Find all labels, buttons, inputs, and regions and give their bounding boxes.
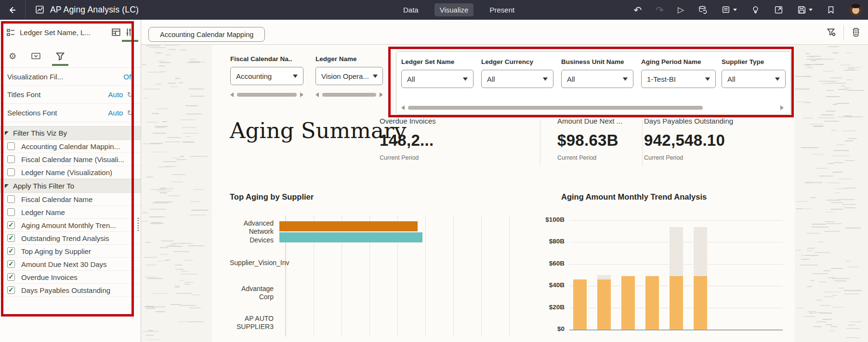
property-value[interactable]: Auto — [108, 109, 123, 117]
filter-dropdown-ledger-currency[interactable]: All — [481, 70, 553, 88]
checkbox[interactable] — [7, 273, 15, 281]
scroll-thumb[interactable] — [237, 93, 297, 97]
filter-dropdown-fiscal-calendar-na[interactable]: Accounting — [230, 67, 303, 85]
refresh-data-button[interactable] — [698, 5, 708, 15]
filter-dropdown-business-unit-name[interactable]: All — [561, 70, 633, 88]
filter-checkbox-row[interactable]: Ledger Name — [0, 206, 141, 219]
checkbox[interactable] — [7, 142, 15, 150]
open-in-new-button[interactable] — [774, 5, 783, 14]
filter-settings-button[interactable] — [826, 27, 837, 38]
texture-dash — [803, 316, 815, 317]
dropdown-value: Vision Opera... — [321, 72, 369, 80]
checkbox[interactable] — [7, 247, 15, 255]
filter-checkbox-row[interactable]: Fiscal Calendar Name — [0, 193, 141, 206]
bar-series-2[interactable] — [279, 232, 422, 242]
filter-checkbox-row[interactable]: Days Payables Outstanding — [0, 284, 141, 297]
filter-checkbox-row[interactable]: Amount Due Next 30 Days — [0, 258, 141, 271]
texture-dash — [175, 287, 179, 288]
scroll-right-arrow[interactable] — [300, 92, 303, 97]
filter-checkbox-row[interactable]: Accounting Calendar Mappin... — [0, 140, 141, 153]
filter-section-title: Filter This Viz By — [13, 129, 67, 137]
chart-plot-area — [569, 220, 783, 329]
chart-title: Aging Amount Monthly Trend Analysis — [561, 192, 707, 202]
property-value[interactable]: Off — [123, 73, 133, 81]
properties-tabs: ⚙ — [0, 45, 141, 67]
filter-checkbox-row[interactable]: Aging Amount Monthly Tren... — [0, 219, 141, 232]
trend-bar-segment[interactable] — [573, 279, 587, 329]
trend-bar-upper-segment[interactable] — [597, 275, 611, 279]
filter-dropdown-supplier-type[interactable]: All — [722, 70, 786, 88]
filter-label: Fiscal Calendar Na.. — [230, 55, 303, 63]
horizontal-scrollbar[interactable] — [401, 105, 784, 110]
annotate-menu-button[interactable] — [722, 5, 737, 14]
checkbox[interactable] — [7, 221, 15, 229]
canvas-tab[interactable]: Accounting Calendar Mapping — [148, 27, 265, 42]
properties-sliders-button[interactable] — [125, 27, 135, 37]
filter-checkbox-row[interactable]: Top Aging by Supplier — [0, 245, 141, 258]
filter-checkbox-row[interactable]: Ledger Name (Visualization) — [0, 166, 141, 179]
texture-dash — [141, 221, 148, 222]
filter-checkbox-row[interactable]: Overdue Invoices — [0, 271, 141, 284]
filter-section-header[interactable]: Filter This Viz By — [0, 126, 141, 140]
checkbox[interactable] — [7, 208, 15, 216]
scroll-right-arrow[interactable] — [380, 92, 383, 97]
insights-button[interactable] — [751, 5, 760, 14]
bar-series-1[interactable] — [279, 221, 418, 231]
texture-dash — [821, 114, 834, 115]
filter-checkbox-row[interactable]: Outstanding Trend Analysis — [0, 232, 141, 245]
checkbox[interactable] — [7, 155, 15, 163]
filter-dropdown-aging-period-name[interactable]: 1-Test-BI — [641, 70, 716, 88]
checkbox-label: Ledger Name — [21, 208, 65, 216]
account-avatar[interactable] — [849, 3, 862, 16]
scroll-thumb[interactable] — [322, 93, 376, 97]
trend-bar-segment[interactable] — [621, 276, 635, 329]
filter-dropdown-ledger-name[interactable]: Vision Opera... — [316, 67, 383, 85]
tab-general[interactable]: ⚙ — [9, 52, 16, 61]
mode-tab-data[interactable]: Data — [398, 3, 424, 16]
save-menu-button[interactable] — [797, 5, 813, 14]
filter-dropdown-ledger-set-name[interactable]: All — [401, 70, 473, 88]
trend-bar-segment[interactable] — [670, 276, 683, 329]
bookmark-button[interactable] — [827, 5, 835, 14]
refresh-icon[interactable]: ↻ — [127, 90, 133, 99]
trend-bar-upper-segment[interactable] — [670, 227, 683, 276]
redo-button[interactable]: ↷ — [656, 5, 664, 15]
preview-button[interactable]: ▷ — [678, 6, 684, 14]
texture-dash — [805, 182, 822, 183]
scroll-right-arrow[interactable] — [780, 105, 784, 110]
checkbox[interactable] — [7, 195, 15, 203]
trend-bar-upper-segment[interactable] — [694, 227, 707, 276]
back-button[interactable] — [0, 0, 25, 20]
filter-checkbox-row[interactable]: Fiscal Calendar Name (Visuali... — [0, 153, 141, 166]
refresh-icon[interactable]: ↻ — [127, 109, 133, 117]
scroll-left-arrow[interactable] — [316, 92, 319, 97]
undo-button[interactable]: ↶ — [633, 5, 642, 15]
property-value[interactable]: Auto — [108, 90, 123, 99]
tab-display-options[interactable] — [31, 51, 41, 61]
horizontal-scrollbar[interactable] — [316, 92, 383, 97]
texture-dash — [806, 67, 813, 68]
horizontal-scrollbar[interactable] — [230, 92, 303, 97]
scroll-left-arrow[interactable] — [230, 92, 234, 97]
scroll-left-arrow[interactable] — [401, 105, 405, 110]
scroll-thumb[interactable] — [408, 106, 703, 110]
trend-bar-segment[interactable] — [597, 279, 611, 329]
trend-bar-segment[interactable] — [694, 276, 707, 329]
filter-section-header[interactable]: Apply This Filter To — [0, 179, 141, 193]
texture-dash — [151, 306, 165, 307]
tab-filters[interactable] — [55, 51, 65, 61]
checkbox[interactable] — [7, 260, 15, 268]
canvas-properties-button[interactable] — [851, 27, 861, 38]
layout-grid-button[interactable] — [111, 27, 121, 37]
checkbox[interactable] — [7, 286, 15, 294]
collapse-triangle-icon — [5, 131, 9, 135]
checkbox[interactable] — [7, 234, 15, 242]
scrollbar-handle[interactable] — [137, 218, 139, 231]
mode-tab-visualize[interactable]: Visualize — [434, 3, 474, 16]
texture-dash — [832, 155, 850, 156]
trend-bar-segment[interactable] — [645, 276, 659, 329]
texture-dash — [175, 293, 192, 294]
mode-tab-present[interactable]: Present — [484, 3, 520, 16]
texture-dash — [189, 59, 196, 60]
checkbox[interactable] — [7, 168, 15, 176]
